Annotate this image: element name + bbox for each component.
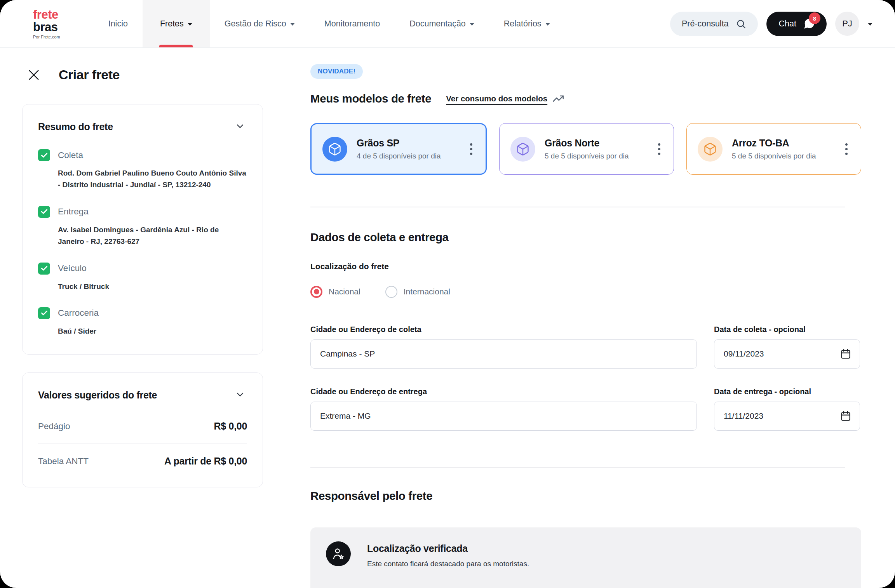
chevron-down-icon [290,23,295,26]
navbar-right-group: Pré-consulta Chat 8 PJ [670,12,872,36]
page-title: Criar frete [59,67,120,82]
link-label: Ver consumo dos modelos [446,94,547,103]
model-menu-kebab[interactable] [655,140,663,158]
field-label: Cidade ou Endereço de entrega [310,387,697,396]
coleta-city-field: Cidade ou Endereço de coleta [310,325,697,369]
package-icon [510,137,535,162]
close-icon [27,68,40,82]
entrega-date-field: Data de entrega - opcional [714,387,860,431]
summary-item-veiculo: Veículo Truck / Bitruck [38,263,247,292]
section-divider [310,467,845,468]
item-value: Baú / Sider [58,325,247,337]
verified-title: Localização verificada [367,543,529,554]
chat-unread-badge: 8 [809,12,820,24]
model-card-graos-sp[interactable]: Grãos SP 4 de 5 disponíveis por dia [310,123,487,175]
suggested-values-card: Valores sugeridos do frete Pedágio R$ 0,… [22,372,263,487]
avatar-initials: PJ [842,19,852,29]
chat-label: Chat [779,19,796,29]
fretebras-logo[interactable]: frete bras Por Frete.com [33,9,60,39]
calendar-icon[interactable] [840,348,851,360]
radio-unselected-icon [385,286,397,298]
model-card-arroz-to-ba[interactable]: Arroz TO-BA 5 de 5 disponíveis por dia [686,123,861,175]
chevron-down-icon [235,389,246,400]
model-menu-kebab[interactable] [842,140,851,158]
radio-internacional[interactable]: Internacional [385,286,450,298]
main-form-area: NOVIDADE! Meus modelos de frete Ver cons… [310,48,861,588]
tabela-antt-row: Tabela ANTT A partir de R$ 0,00 [38,444,247,478]
user-menu-chevron-icon[interactable] [868,23,872,26]
veiculo-checkbox[interactable] [38,263,50,275]
model-name: Grãos SP [357,137,441,149]
coleta-city-input[interactable] [310,339,697,369]
values-card-title: Valores sugeridos do frete [38,390,157,401]
value-amount: A partir de R$ 0,00 [164,456,247,467]
collapse-toggle[interactable] [233,119,247,134]
coleta-date-field: Data de coleta - opcional [714,325,860,369]
pre-consulta-label: Pré-consulta [682,19,729,29]
chevron-down-icon [188,23,192,26]
novelty-badge: NOVIDADE! [310,64,363,79]
user-avatar[interactable]: PJ [835,12,859,36]
nav-label: Monitoramento [324,19,380,29]
verified-location-banner: Localização verificada Este contato fica… [310,527,861,588]
section-divider [310,207,845,207]
search-icon [736,19,746,29]
app-window: frete bras Por Frete.com Inicio Fretes G… [0,0,895,588]
freight-models-row: Grãos SP 4 de 5 disponíveis por dia Grão… [310,123,861,175]
package-icon [322,137,347,162]
model-card-texts: Grãos Norte 5 de 5 disponíveis por dia [545,137,629,160]
card-header: Resumo do frete [38,119,247,134]
model-menu-kebab[interactable] [467,140,475,158]
summary-item-entrega: Entrega Av. Isabel Domingues - Gardênia … [38,206,247,248]
nav-item-inicio[interactable]: Inicio [94,0,143,47]
page-content: Criar frete Resumo do frete Coleta [0,48,895,588]
collapse-toggle[interactable] [233,388,247,403]
nav-label: Documentação [409,19,466,29]
nav-item-relatorios[interactable]: Relatórios [489,0,565,47]
item-label: Coleta [58,150,83,160]
item-label: Veículo [58,263,87,273]
nav-item-gestao-de-risco[interactable]: Gestão de Risco [210,0,310,47]
nav-label: Inicio [108,19,128,29]
top-navbar: frete bras Por Frete.com Inicio Fretes G… [0,0,895,48]
field-label: Data de entrega - opcional [714,387,860,396]
create-freight-sidebar: Criar frete Resumo do frete Coleta [22,48,263,588]
entrega-city-input[interactable] [310,402,697,431]
section-title-responsavel: Responsável pelo frete [310,489,861,503]
nav-item-documentacao[interactable]: Documentação [395,0,489,47]
radio-selected-icon [310,286,322,298]
nav-label: Gestão de Risco [225,19,286,29]
model-card-graos-norte[interactable]: Grãos Norte 5 de 5 disponíveis por dia [499,123,674,175]
nav-item-fretes[interactable]: Fretes [143,0,210,47]
value-amount: R$ 0,00 [214,421,247,432]
model-card-texts: Arroz TO-BA 5 de 5 disponíveis por dia [732,137,816,160]
calendar-icon[interactable] [840,410,851,422]
coleta-date-input[interactable] [714,339,860,369]
verified-text: Este contato ficará destacado para os mo… [367,560,529,568]
item-label: Entrega [58,207,89,217]
entrega-city-field: Cidade ou Endereço de entrega [310,387,697,431]
coleta-checkbox[interactable] [38,149,50,161]
entrega-date-input[interactable] [714,402,860,431]
check-icon [40,151,48,159]
logo-line2: bras [33,21,60,33]
card-header: Valores sugeridos do frete [38,388,247,403]
carroceria-checkbox[interactable] [38,307,50,319]
close-button[interactable] [27,68,41,82]
model-card-texts: Grãos SP 4 de 5 disponíveis por dia [357,137,441,160]
chat-button[interactable]: Chat 8 [766,12,827,36]
main-nav: Inicio Fretes Gestão de Risco Monitorame… [94,0,565,47]
person-badge-icon [326,541,351,566]
field-label: Cidade ou Endereço de coleta [310,325,697,334]
models-consumption-link[interactable]: Ver consumo dos modelos [446,93,564,104]
logo-tagline: Por Frete.com [33,35,60,39]
models-header: Meus modelos de frete Ver consumo dos mo… [310,92,861,105]
nav-item-monitoramento[interactable]: Monitoramento [310,0,395,47]
entrega-checkbox[interactable] [38,206,50,218]
pre-consulta-button[interactable]: Pré-consulta [670,12,758,36]
radio-nacional[interactable]: Nacional [310,286,360,298]
entrega-fields-row: Cidade ou Endereço de entrega Data de en… [310,387,861,431]
model-availability: 5 de 5 disponíveis por dia [732,152,816,160]
check-icon [40,309,48,317]
model-name: Grãos Norte [545,137,629,149]
